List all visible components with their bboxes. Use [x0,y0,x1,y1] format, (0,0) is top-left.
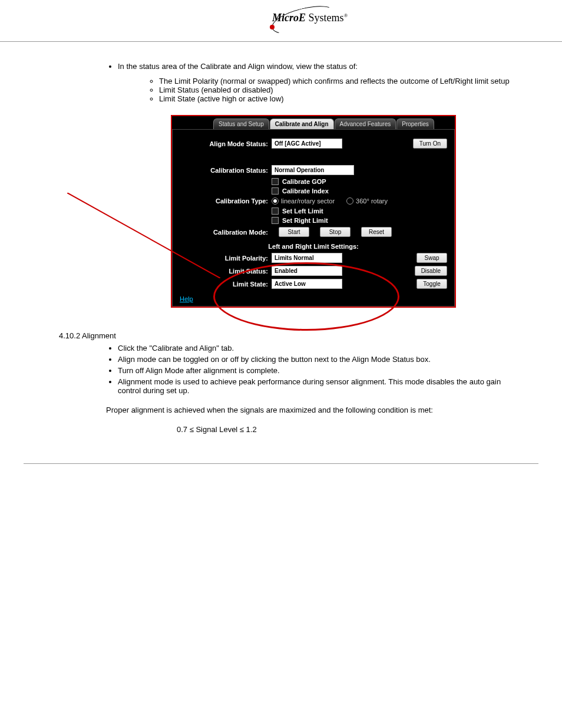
logo: MicroE Systems® [272,12,348,24]
limit-state-value: Active Low [272,279,342,289]
bottom-bullet-2: Turn off Align Mode after alignment is c… [118,366,515,375]
calibrate-index-label: Calibrate Index [282,187,329,195]
limit-status-label: Limit Status: [180,268,272,275]
doc-bottom-section: 4.10.2 Alignment Click the "Calibrate an… [0,319,562,452]
page-header: MicroE Systems® [0,0,562,42]
calibration-type-label: Calibration Type: [180,197,272,205]
limit-state-label: Limit State: [180,281,272,288]
tab-row: Status and Setup Calibrate and Align Adv… [172,116,455,129]
align-mode-label: Align Mode Status: [180,140,272,147]
doc-top-section: In the status area of the Calibrate and … [0,42,562,103]
top-bullet: In the status area of the Calibrate and … [118,62,515,71]
calibrate-gop-checkbox[interactable] [272,178,279,185]
tab-status-setup[interactable]: Status and Setup [213,118,269,129]
calibration-status-value: Normal Operation [272,165,354,175]
radio-linear-label: linear/rotary sector [281,197,335,205]
calibration-status-label: Calibration Status: [180,167,272,174]
turn-on-button[interactable]: Turn On [413,139,447,149]
lr-settings-title: Left and Right Limit Settings: [180,243,447,250]
calibrate-index-checkbox[interactable] [272,187,279,195]
start-button[interactable]: Start [279,227,309,237]
limit-polarity-label: Limit Polarity: [180,255,272,262]
toggle-button[interactable]: Toggle [416,279,447,289]
bottom-bullet-3: Alignment mode is used to achieve peak p… [118,377,515,395]
help-link[interactable]: Help [180,295,193,302]
footer-divider [24,463,538,464]
bottom-bullet-1: Align mode can be toggled on or off by c… [118,355,515,364]
disable-button[interactable]: Disable [415,266,447,276]
set-left-limit-checkbox[interactable] [272,207,279,215]
radio-360-rotary[interactable] [346,197,353,205]
tab-advanced-features[interactable]: Advanced Features [335,118,396,129]
bottom-text-2: 0.7 ≤ Signal Level ≤ 1.2 [177,425,515,434]
radio-rotary-label: 360° rotary [356,197,388,205]
limit-status-value: Enabled [272,266,342,276]
set-right-limit-checkbox[interactable] [272,217,279,224]
calibrate-align-panel: Status and Setup Calibrate and Align Adv… [171,115,456,308]
section-heading: 4.10.2 Alignment [59,331,515,340]
sub-2: Limit State (active high or active low) [159,94,515,103]
bottom-text-1: Proper alignment is achieved when the si… [106,406,515,414]
radio-linear-rotary-sector[interactable] [272,197,279,205]
tab-properties[interactable]: Properties [396,118,434,129]
limit-polarity-value: Limits Normal [272,253,342,263]
tab-calibrate-align[interactable]: Calibrate and Align [270,118,334,129]
set-right-limit-label: Set Right Limit [282,217,328,224]
bottom-bullet-0: Click the "Calibrate and Align" tab. [118,344,515,353]
calibrate-gop-label: Calibrate GOP [282,178,326,185]
align-mode-status-value: Off [AGC Active] [272,139,342,149]
sub-1: Limit Status (enabled or disabled) [159,85,515,94]
calibration-mode-label: Calibration Mode: [180,229,272,236]
stop-button[interactable]: Stop [320,227,351,237]
reset-button[interactable]: Reset [361,227,392,237]
set-left-limit-label: Set Left Limit [282,207,323,215]
swap-button[interactable]: Swap [416,253,447,263]
sub-0: The Limit Polarity (normal or swapped) w… [159,77,515,85]
